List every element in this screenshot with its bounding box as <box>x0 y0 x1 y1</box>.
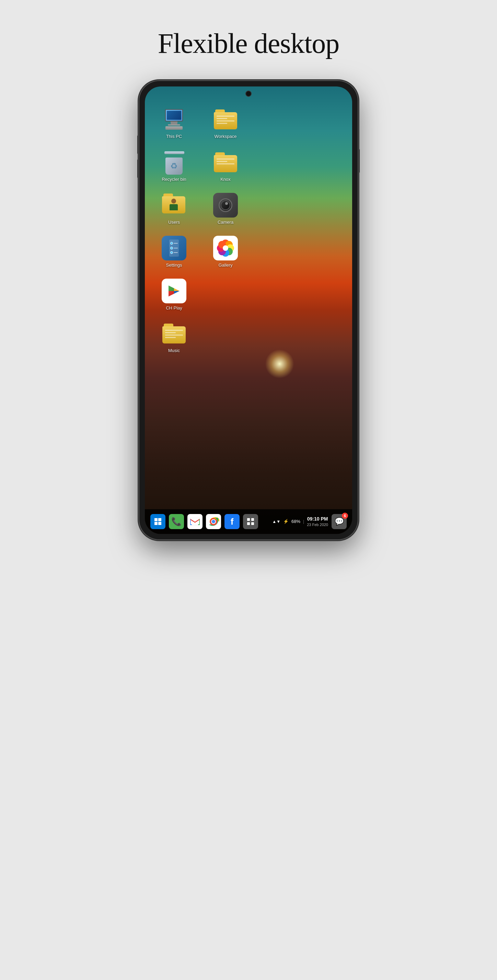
gmail-icon <box>190 518 200 525</box>
play-arrow-svg <box>166 283 182 299</box>
desktop-icon-users[interactable]: Users <box>155 193 193 226</box>
monitor-stand <box>170 121 177 124</box>
icon-row-2: Users Camera <box>155 193 342 226</box>
folder-lines <box>217 116 234 125</box>
music-folder-graphic <box>162 324 186 344</box>
desktop-icon-workspace[interactable]: Workspace <box>207 107 244 140</box>
desktop-icon-settings[interactable]: Settings <box>155 236 193 268</box>
settings-graphic <box>162 236 186 261</box>
status-separator: | <box>303 519 304 524</box>
knox-label: Knox <box>220 177 231 183</box>
desktop-icon-this-pc[interactable]: This PC <box>155 107 193 140</box>
phone-device: This PC <box>139 80 358 540</box>
user-head <box>171 199 176 204</box>
settings-panel <box>169 240 179 257</box>
desktop-icon-recycler-bin[interactable]: Recycler bin <box>155 150 193 183</box>
settings-line-1 <box>174 243 178 243</box>
status-arrows: ▲▼ <box>272 519 280 524</box>
taskbar-phone-button[interactable]: 📞 <box>169 514 184 529</box>
flower-petals <box>216 239 235 258</box>
users-graphic <box>162 194 186 217</box>
camera-notch <box>245 91 252 97</box>
settings-row-1 <box>170 242 178 245</box>
battery-percentage: 68% <box>292 519 300 524</box>
camera-lens <box>219 198 233 212</box>
settings-icon <box>162 236 186 261</box>
battery-icon: ⚡ <box>283 519 289 524</box>
icon-row-1: Recycler bin <box>155 150 342 183</box>
svg-rect-9 <box>158 518 161 521</box>
facebook-f: f <box>231 516 234 527</box>
status-date: 23 Feb 2020 <box>307 522 328 527</box>
bin-body <box>166 158 183 175</box>
bin-graphic <box>164 151 184 173</box>
bin-icon <box>162 150 186 175</box>
icon-row-5: Music <box>155 321 342 354</box>
flower-center <box>223 245 228 251</box>
taskbar-windows-button[interactable] <box>150 514 166 529</box>
settings-row-3 <box>170 251 178 254</box>
settings-label: Settings <box>166 262 182 268</box>
desktop-icon-music[interactable]: Music <box>155 321 193 354</box>
icon-row-3: Settings <box>155 236 342 268</box>
time-date-block: 09:10 PM 23 Feb 2020 <box>307 516 328 528</box>
taskbar-grid-button[interactable] <box>243 514 258 529</box>
icon-row-0: This PC <box>155 107 342 140</box>
taskbar-messages-button[interactable]: 💬 6 <box>331 514 347 529</box>
knox-line-2 <box>217 161 227 162</box>
bin-lid <box>164 151 184 154</box>
svg-rect-8 <box>155 518 158 521</box>
desktop-icon-knox[interactable]: Knox <box>207 150 244 183</box>
taskbar: 📞 <box>145 509 352 534</box>
phone-screen: This PC <box>145 86 352 534</box>
icon-row-4: CH Play <box>155 278 342 311</box>
monitor-graphic <box>165 109 183 121</box>
settings-line-2 <box>174 248 178 248</box>
desktop-icon-gallery[interactable]: Gallery <box>207 236 244 268</box>
ch-play-label: CH Play <box>166 305 182 311</box>
knox-folder-body <box>214 155 237 172</box>
knox-folder-graphic <box>214 152 237 172</box>
svg-rect-18 <box>251 518 254 521</box>
ch-play-icon <box>162 278 186 303</box>
knox-folder-lines <box>217 159 234 166</box>
camera-icon <box>213 193 238 218</box>
folder-line-2 <box>217 118 227 119</box>
taskbar-gmail-button[interactable] <box>187 514 202 529</box>
page-title: Flexible desktop <box>158 27 339 60</box>
monitor-base <box>168 124 180 126</box>
svg-point-16 <box>212 520 215 523</box>
folder-line-4 <box>217 123 227 124</box>
desktop-area: This PC <box>145 100 352 506</box>
music-line-4 <box>165 337 176 338</box>
this-pc-icon <box>162 107 186 132</box>
phone-emoji: 📞 <box>171 517 182 527</box>
knox-line-1 <box>217 159 234 159</box>
chrome-icon <box>208 516 219 527</box>
camera-label: Camera <box>218 220 233 226</box>
taskbar-facebook-button[interactable]: f <box>225 514 240 529</box>
desktop-icon-camera[interactable]: Camera <box>207 193 244 226</box>
user-figure <box>169 199 178 211</box>
message-badge: 6 <box>342 513 348 519</box>
music-line-3 <box>165 334 183 336</box>
svg-rect-11 <box>158 522 161 525</box>
music-folder-body <box>162 326 186 344</box>
phone-frame: This PC <box>139 80 358 540</box>
gallery-label: Gallery <box>218 262 233 268</box>
windows-icon <box>154 517 162 526</box>
users-folder-body <box>162 196 185 213</box>
svg-rect-10 <box>155 522 158 525</box>
music-line-1 <box>165 330 183 331</box>
workspace-label: Workspace <box>215 134 237 140</box>
settings-row-2 <box>170 247 178 250</box>
music-line-2 <box>165 332 176 333</box>
desktop-icon-ch-play[interactable]: CH Play <box>155 278 193 311</box>
settings-dot-1 <box>170 242 173 245</box>
taskbar-chrome-button[interactable] <box>206 514 221 529</box>
folder-line-1 <box>217 116 234 117</box>
users-icon <box>162 193 186 218</box>
taskbar-status-area: ▲▼ ⚡ 68% | 09:10 PM 23 Feb 2020 <box>272 516 328 528</box>
recycler-bin-label: Recycler bin <box>162 177 186 183</box>
music-label: Music <box>168 348 180 354</box>
